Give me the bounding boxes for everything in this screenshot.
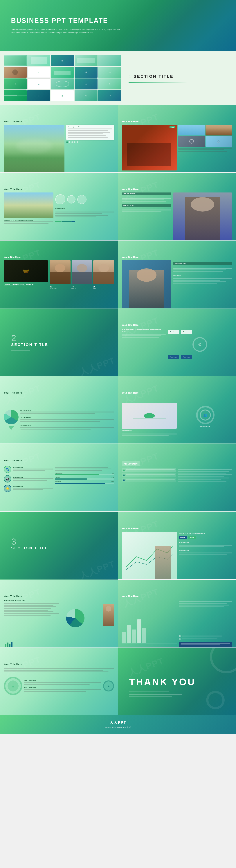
thumb-9[interactable]: ◑ bbox=[75, 67, 98, 78]
watermark-sec2: 人人PPT bbox=[78, 354, 117, 376]
slide-6a-content: 🐾 DESCRIPTION 📷 DESCRIPTION bbox=[4, 464, 114, 512]
thumb-19[interactable]: ⊕ bbox=[75, 90, 98, 101]
slide-8a-right bbox=[61, 599, 114, 647]
slide-7b-chart-area bbox=[122, 532, 177, 579]
thumb-2[interactable] bbox=[27, 55, 50, 66]
thumb-13[interactable] bbox=[51, 79, 74, 89]
slide-3a-inner: 人人PPT Your Title Here 🤝 VESTIBULUM ANTE … bbox=[0, 241, 118, 308]
legend-1-swatch bbox=[179, 636, 181, 637]
paw-circle: 🐾 bbox=[4, 466, 11, 473]
list-item-1 bbox=[122, 468, 176, 472]
slide-6a-text-block bbox=[55, 466, 114, 471]
slide-1a-inner: 人人PPT Your Title Here Lorem ipsum dolor bbox=[0, 105, 118, 172]
people-center-icon: 👥 bbox=[203, 413, 207, 417]
indicator-1 bbox=[55, 221, 61, 222]
ci3-lines bbox=[13, 488, 53, 490]
thumb-15[interactable]: ⬡ bbox=[98, 79, 121, 89]
slide-8a-left: MAURIS BLANDIT ALI bbox=[4, 599, 59, 647]
section2-number: 2 bbox=[11, 334, 48, 343]
pi2-fill bbox=[55, 478, 87, 479]
legend-2-text bbox=[182, 639, 232, 640]
slide-3a-portraits bbox=[50, 260, 114, 284]
section3-label: SECTION TITLE bbox=[11, 546, 48, 550]
sa9-label-1: ADD YOUR TEXT bbox=[24, 679, 101, 681]
label-3-text bbox=[20, 427, 114, 430]
thumb-11[interactable]: 2 bbox=[4, 79, 27, 89]
small-circle-right: ◉ bbox=[103, 680, 114, 691]
thumb-10[interactable]: ⊙ bbox=[98, 67, 121, 78]
thumb-16[interactable] bbox=[4, 90, 27, 101]
slide-8a-person bbox=[103, 604, 114, 626]
slide-8b: 人人PPT Your Title Here bbox=[118, 580, 236, 647]
slide-1b-tag: One A bbox=[169, 126, 175, 128]
thumb-8[interactable] bbox=[51, 67, 74, 78]
btn-blue-2[interactable]: Text here bbox=[181, 355, 192, 359]
slide-3b-text-area: ADD YOUR TEXT Description: bbox=[173, 260, 232, 308]
hero-section: BUSINESS PPT TEMPLATE Quisque velit nisl… bbox=[0, 0, 236, 51]
sa9-lines-2 bbox=[24, 689, 101, 692]
slide-8b-text bbox=[179, 599, 232, 647]
thumb-1[interactable] bbox=[4, 55, 27, 66]
slide-1b: 人人PPT Your Title Here One A bbox=[118, 105, 236, 172]
slide-row-1: 人人PPT Your Title Here Lorem ipsum dolor bbox=[0, 105, 236, 173]
slide-6a-title: Your Title Here bbox=[4, 459, 114, 462]
thankyou-slide: 人人PPT THANK YOU bbox=[118, 648, 236, 715]
circle-item-3-text: DESCRIPTION bbox=[13, 486, 53, 491]
slide-7b-desc2-label: DESCRIPTION bbox=[179, 549, 232, 551]
slide-3a-title: Your Title Here bbox=[4, 256, 114, 258]
list-item-3 bbox=[122, 478, 176, 482]
slide-3a-right: 32 Lorem ipsum 48 Dolor sit 16 Amet bbox=[50, 260, 114, 308]
thumb-5[interactable]: 1 bbox=[98, 55, 121, 66]
label-item-3: ADD THE TITLE bbox=[20, 425, 114, 430]
slide-2a-chart-title: Mauris Result bbox=[55, 208, 114, 209]
slide-2b-add-label-1: ADD YOUR TEXT bbox=[122, 192, 172, 195]
slide-row-8: 人人PPT Your Title Here MAURIS BLANDIT ALI bbox=[0, 580, 236, 648]
slide-8a-small-bars bbox=[4, 642, 59, 647]
slide-3b-image-area bbox=[122, 260, 172, 308]
slide-6b-content bbox=[122, 468, 232, 509]
bar-1 bbox=[122, 632, 126, 643]
thumb-12[interactable]: ☰ bbox=[27, 79, 50, 89]
list-item-2 bbox=[122, 473, 176, 477]
slide-6b-right-text bbox=[178, 468, 232, 509]
section2-content: 2 SECTION TITLE bbox=[11, 334, 48, 351]
progress-item-2: Dolor sit55% bbox=[55, 477, 114, 479]
slide-9a-text-area: ADD YOUR TEXT ADD YOUR TEXT bbox=[24, 679, 101, 692]
thumb-20[interactable]: TY bbox=[98, 90, 121, 101]
slide-4b-btn-row-1: Text here Text here bbox=[168, 330, 232, 334]
blue-box-text bbox=[181, 643, 230, 645]
legend-item-1 bbox=[179, 636, 232, 637]
thumb-18[interactable]: ▣ bbox=[51, 90, 74, 101]
label-item-2: ADD THE TITLE bbox=[20, 417, 114, 423]
thumb-14[interactable]: ◈ bbox=[75, 79, 98, 89]
footer-brand: 人人PPT bbox=[110, 720, 126, 725]
slide-3b-person-image bbox=[122, 260, 172, 308]
pi1-track bbox=[55, 474, 114, 475]
slide-row-4: 人人PPT 2 SECTION TITLE 人人PPT Your Title H… bbox=[0, 308, 236, 376]
slide-3b-add-label: ADD YOUR TEXT bbox=[173, 262, 232, 265]
mbar-3 bbox=[9, 644, 10, 647]
chart-x-axis bbox=[122, 643, 177, 644]
slide-9a-content: ◎ ADD YOUR TEXT ADD YOUR TEXT bbox=[4, 667, 114, 715]
circle-item-2-text: DESCRIPTION bbox=[13, 476, 53, 482]
slide-2a-content: ORO LUCTUS ET ULTRICES POSUERE CUBILIA M… bbox=[4, 192, 114, 240]
slide-5a-pie-area bbox=[4, 410, 19, 430]
btn-text-2[interactable]: Text here bbox=[181, 330, 192, 334]
slide-5b-text bbox=[122, 434, 177, 437]
slide-2a-right: Mauris Result bbox=[55, 192, 114, 240]
thumb-7[interactable]: ✦ bbox=[27, 67, 50, 78]
section2-divider bbox=[11, 350, 30, 351]
slide-9a-inner: 人人PPT Your Title Here ◎ ADD YO bbox=[0, 648, 118, 715]
thumb-3[interactable]: ⊞ bbox=[51, 55, 74, 66]
slide-2a-indicators bbox=[55, 221, 114, 222]
btn-blue-1[interactable]: Text here bbox=[168, 355, 179, 359]
thumb-4[interactable] bbox=[75, 55, 98, 66]
thumb-6[interactable] bbox=[4, 67, 27, 78]
section2-slide: 人人PPT 2 SECTION TITLE bbox=[0, 308, 118, 376]
slide-8a-pie bbox=[66, 609, 84, 627]
btn-text-1[interactable]: Text here bbox=[168, 330, 179, 334]
li2-text bbox=[126, 474, 175, 476]
slide-7b-content: VESTIBULUM ANTE IPSUM PRIMIS IN DESCR PT… bbox=[122, 532, 232, 579]
slide-4b-inner: 人人PPT Your Title Here ORCI LUCTUS ET ULT… bbox=[118, 309, 236, 376]
thumb-17[interactable]: 3 bbox=[27, 90, 50, 101]
